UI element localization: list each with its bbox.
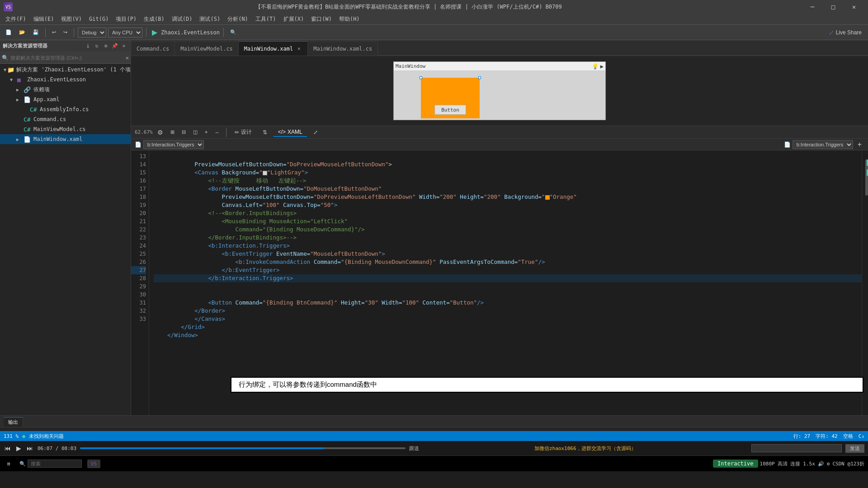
toolbar-new[interactable]: 📄 bbox=[3, 28, 14, 38]
solution-explorer: 解决方案资源管理器 ⤓ ↻ ⚙ 📌 ✕ 🔍 ✕ ▼ 📁 解决方案 'Zhaoxi… bbox=[0, 40, 131, 415]
editor-scrollbar[interactable] bbox=[862, 150, 868, 415]
tree-app-xaml[interactable]: ▶ 📄 App.xaml bbox=[0, 94, 131, 104]
separator-3 bbox=[146, 28, 146, 37]
play-btn[interactable]: ▶ bbox=[15, 445, 22, 452]
tab-close-icon[interactable]: ✕ bbox=[296, 46, 302, 52]
debug-config-dropdown[interactable]: Debug bbox=[78, 28, 106, 38]
expand-icon-app: ▶ bbox=[16, 97, 24, 102]
xaml-view-btn[interactable]: </> XAML bbox=[274, 128, 307, 137]
taskbar-start[interactable]: ⊞ bbox=[4, 460, 14, 468]
toolbar-redo[interactable]: ↪ bbox=[61, 28, 70, 38]
toolbar-search[interactable]: 🔍 bbox=[227, 28, 239, 38]
table-view-btn[interactable]: ⊟ bbox=[179, 127, 189, 137]
skip-fwd-btn[interactable]: ⏭ bbox=[26, 445, 34, 452]
menu-extensions[interactable]: 扩展(X) bbox=[280, 14, 308, 24]
total-time: 08:03 bbox=[61, 446, 76, 451]
tree-dependencies[interactable]: ▶ 🔗 依赖项 bbox=[0, 84, 131, 94]
code-editor[interactable]: 13 14 15 16 17 18 19 20 21 22 23 24 25 2… bbox=[131, 150, 868, 415]
taskbar-right: 1080P 高清 连接 1.5x 🔊 ⚙ CSDN @123折 bbox=[760, 460, 864, 467]
swap-view-btn[interactable]: ⇅ bbox=[258, 128, 272, 136]
expand-btn[interactable]: ↔ bbox=[212, 127, 222, 137]
menu-help[interactable]: 帮助(H) bbox=[335, 14, 363, 24]
menu-edit[interactable]: 编辑(E) bbox=[30, 14, 58, 24]
zoom-settings-btn[interactable]: ⚙ bbox=[155, 127, 166, 137]
cpu-target-dropdown[interactable]: Any CPU bbox=[108, 28, 142, 38]
se-search-input[interactable] bbox=[10, 55, 126, 61]
message-input[interactable] bbox=[751, 444, 842, 452]
se-close-btn[interactable]: ✕ bbox=[120, 42, 128, 50]
command-icon: C# bbox=[24, 116, 32, 123]
code-line-20: <MouseBinding MouseAction= bbox=[154, 218, 310, 225]
menu-build[interactable]: 生成(B) bbox=[140, 14, 168, 24]
taskbar-search[interactable]: 🔍 bbox=[16, 458, 85, 469]
toolbar-open[interactable]: 📂 bbox=[16, 28, 28, 38]
toolbar-save-all[interactable]: 💾 bbox=[30, 28, 42, 38]
menu-test[interactable]: 测试(S) bbox=[196, 14, 224, 24]
code-line-30: </Border> bbox=[154, 307, 225, 314]
grid-view-btn[interactable]: ⊞ bbox=[168, 127, 177, 137]
minimize-button[interactable]: ─ bbox=[802, 0, 823, 14]
skip-back-btn[interactable]: ⏮ bbox=[4, 445, 12, 452]
menu-git[interactable]: Git(G) bbox=[85, 15, 112, 23]
status-zoom: 131 % bbox=[4, 433, 19, 439]
status-no-issues: 未找到相关问题 bbox=[29, 433, 64, 440]
tree-project[interactable]: ▼ ■ Zhaoxi.EventLesson bbox=[0, 75, 131, 84]
tab-output[interactable]: 输出 bbox=[4, 417, 23, 427]
tree-solution[interactable]: ▼ 📁 解决方案 'Zhaoxi.EventLesson' (1 个项 bbox=[0, 65, 131, 75]
code-line-18: Canvas.Left= bbox=[154, 202, 263, 208]
menu-view[interactable]: 视图(V) bbox=[57, 14, 85, 24]
start-debug-button[interactable]: ▶ bbox=[150, 28, 159, 37]
tree-viewmodel[interactable]: C# MainViewModel.cs bbox=[0, 124, 131, 134]
menu-analyze[interactable]: 分析(N) bbox=[224, 14, 252, 24]
close-button[interactable]: ✕ bbox=[844, 0, 864, 14]
code-line-15: <!--左键按 移动 左键起--> bbox=[154, 177, 306, 184]
annotation-text: 行为绑定，可以将参数传递到command函数中 bbox=[239, 380, 377, 388]
split-view-btn[interactable]: ◫ bbox=[190, 127, 200, 137]
se-collapse-btn[interactable]: ⤓ bbox=[84, 42, 92, 50]
view-switcher: 62.67% ⚙ ⊞ ⊟ ◫ ⌖ ↔ ✏ 设计 ⇅ </> XAML ⤢ bbox=[131, 126, 868, 139]
breadcrumb-add-btn[interactable]: + bbox=[855, 140, 864, 150]
expand-xaml-btn[interactable]: ⤢ bbox=[309, 128, 322, 136]
taskbar-vs[interactable]: VS bbox=[87, 460, 100, 468]
code-line-31: </Canvas> bbox=[154, 315, 225, 322]
code-line-16: <Border bbox=[154, 185, 232, 192]
tab-mainwindow-xaml[interactable]: MainWindow.xaml ✕ bbox=[239, 41, 308, 56]
tab-spacer bbox=[378, 55, 868, 56]
breadcrumb-right-select[interactable]: b:Interaction.Triggers bbox=[793, 140, 853, 149]
se-settings-btn[interactable]: ⚙ bbox=[102, 42, 110, 50]
menu-tools[interactable]: 工具(T) bbox=[252, 14, 280, 24]
tree-assembly[interactable]: C# AssemblyInfo.cs bbox=[0, 104, 131, 114]
breadcrumb-left-select[interactable]: b:Interaction.Triggers bbox=[143, 140, 204, 149]
toolbar-undo[interactable]: ↩ bbox=[49, 28, 59, 38]
tree-mainwindow[interactable]: ▶ 📄 MainWindow.xaml bbox=[0, 134, 131, 144]
se-pin-btn[interactable]: 📌 bbox=[111, 42, 119, 50]
code-content[interactable]: PreviewMouseLeftButtonDown="DoPreviewMou… bbox=[149, 150, 862, 415]
menu-project[interactable]: 项目(P) bbox=[112, 14, 140, 24]
progress-bar[interactable] bbox=[80, 447, 405, 449]
tab-mainwindow-cs[interactable]: MainWindow.xaml.cs bbox=[308, 41, 378, 56]
deps-icon: 🔗 bbox=[24, 86, 32, 93]
preview-button[interactable]: Button bbox=[434, 105, 466, 115]
menu-file[interactable]: 文件(F) bbox=[2, 14, 30, 24]
live-share-button[interactable]: ⤢ Live Share bbox=[825, 28, 865, 37]
send-button[interactable]: 发送 bbox=[845, 444, 864, 453]
settings-icon[interactable]: ⚙ bbox=[827, 461, 830, 467]
viewmodel-icon: C# bbox=[24, 126, 32, 133]
design-view-btn[interactable]: ✏ 设计 bbox=[230, 127, 256, 137]
tab-viewmodel[interactable]: MainViewModel.cs bbox=[175, 41, 239, 56]
volume-icon[interactable]: 🔊 bbox=[818, 461, 824, 467]
se-search-close[interactable]: ✕ bbox=[126, 55, 129, 61]
tree-command[interactable]: C# Command.cs bbox=[0, 114, 131, 124]
snap-btn[interactable]: ⌖ bbox=[202, 127, 210, 137]
se-refresh-btn[interactable]: ↻ bbox=[93, 42, 101, 50]
maximize-button[interactable]: □ bbox=[823, 0, 844, 14]
title-bar: VS 【不看后悔的WPF黄金教程】B站最全面的WPF零基础到实战全套教程分享 |… bbox=[0, 0, 868, 14]
status-issues-icon: ● bbox=[22, 433, 25, 439]
menu-debug[interactable]: 调试(D) bbox=[168, 14, 196, 24]
taskbar-search-input[interactable] bbox=[28, 460, 82, 468]
menu-window[interactable]: 窗口(W) bbox=[307, 14, 335, 24]
assembly-label: AssemblyInfo.cs bbox=[40, 106, 89, 113]
code-line-33: </Window> bbox=[154, 332, 198, 338]
tab-command[interactable]: Command.cs bbox=[131, 41, 175, 56]
editor-area: Command.cs MainViewModel.cs MainWindow.x… bbox=[131, 40, 868, 415]
